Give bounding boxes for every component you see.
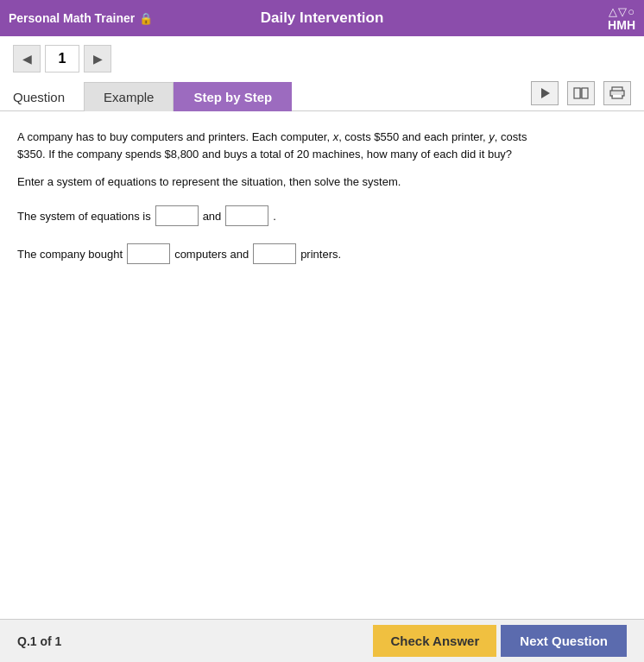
footer-buttons: Check Answer Next Question [373,625,627,657]
svg-rect-2 [582,88,588,98]
prev-button[interactable]: ◀ [13,45,41,73]
tabs-row: Question Example Step by Step [0,81,644,111]
company-row: The company bought computers and printer… [17,243,627,264]
company-label-post: printers. [300,248,341,261]
tabs-left: Question Example Step by Step [13,81,292,110]
problem-text-1: A company has to buy computers and print… [17,130,527,143]
page-indicator: Q.1 of 1 [17,634,61,648]
logo-triangles: △▽○ [609,5,635,18]
navigation-row: ◀ 1 ▶ [0,36,644,81]
problem-text-2: $350. If the company spends $8,800 and b… [17,148,512,161]
logo-text: HMH [608,18,635,32]
print-icon[interactable] [603,81,631,105]
svg-rect-7 [613,95,622,98]
instruction-text: Enter a system of equations to represent… [17,175,627,188]
problem-description: A company has to buy computers and print… [17,129,627,162]
next-nav-button[interactable]: ▶ [84,45,111,73]
and-label: and [203,210,222,223]
lock-icon [139,11,153,25]
svg-rect-1 [574,88,580,98]
tab-example[interactable]: Example [84,82,174,111]
company-label-mid: computers and [174,248,249,261]
app-title: Personal Math Trainer [9,11,135,25]
main-content: A company has to buy computers and print… [0,111,644,281]
equation-input-1[interactable] [155,205,199,226]
app-title-container: Personal Math Trainer [9,11,153,25]
equation-label: The system of equations is [17,210,151,223]
header: Personal Math Trainer Daily Intervention… [0,0,644,36]
next-question-button[interactable]: Next Question [501,625,627,657]
footer: Q.1 of 1 Check Answer Next Question [0,619,644,662]
tab-step-by-step[interactable]: Step by Step [174,82,292,111]
play-icon[interactable] [531,81,559,105]
period: . [273,210,276,223]
logo: △▽○ HMH [608,5,635,32]
book-icon[interactable] [567,81,595,105]
computers-input[interactable] [127,243,170,264]
equation-input-2[interactable] [225,205,268,226]
equation-row: The system of equations is and . [17,205,627,226]
svg-marker-0 [541,88,550,98]
tab-question[interactable]: Question [13,83,84,111]
page-title: Daily Intervention [261,9,384,27]
printers-input[interactable] [253,243,296,264]
check-answer-button[interactable]: Check Answer [373,625,496,657]
page-number: 1 [45,45,79,73]
company-label-pre: The company bought [17,248,123,261]
tabs-icons [531,81,631,110]
